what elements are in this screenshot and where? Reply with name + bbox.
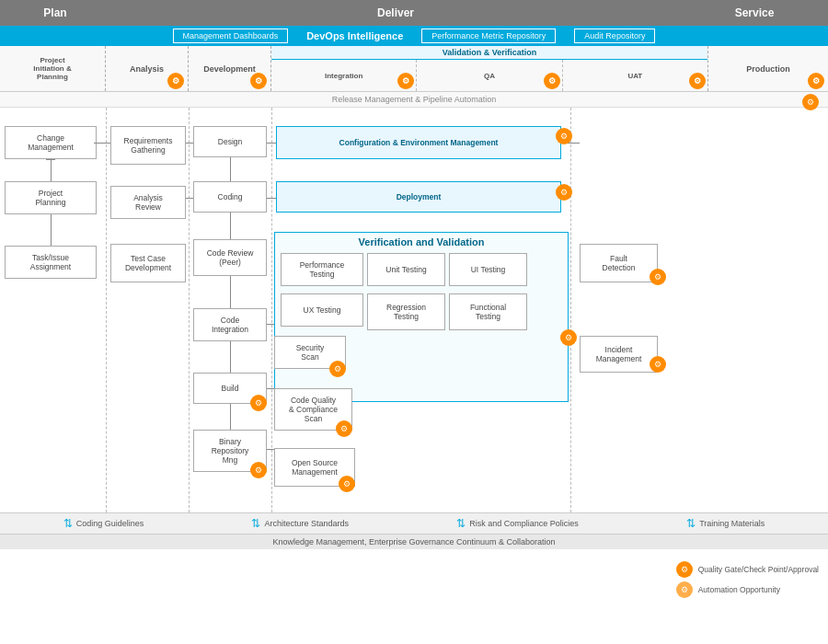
phase-deliver: Deliver: [110, 0, 681, 26]
risk-compliance-item: ⇅ Risk and Compliance Policies: [456, 517, 579, 530]
legend-gate-icon: ⚙: [676, 561, 693, 578]
qa-gear: ⚙: [544, 73, 560, 89]
uat-gear: ⚙: [689, 73, 706, 89]
release-gear: ⚙: [802, 94, 819, 110]
phase-bar: Plan Deliver Service: [0, 0, 828, 26]
legend-automation: ⚙ Automation Opportunity: [676, 581, 819, 598]
ui-testing-label: UI Testing: [471, 265, 506, 274]
phase-plan: Plan: [0, 0, 110, 26]
perf-testing-box: PerformanceTesting: [281, 253, 363, 286]
change-mgmt-label: ChangeManagement: [28, 133, 74, 152]
security-gear: ⚙: [329, 361, 346, 377]
arr-design-coding: [230, 157, 231, 181]
code-review-label: Code Review(Peer): [207, 248, 254, 267]
coding-guidelines-label: Coding Guidelines: [76, 519, 144, 528]
deliver-arrow: [681, 0, 697, 26]
arr-design-config: [267, 143, 276, 144]
incident-mgmt-box: IncidentManagement: [580, 336, 658, 373]
deliver-label: Deliver: [377, 6, 414, 19]
config-env-label: Configuration & Environment Management: [339, 138, 499, 147]
stage-analysis: Analysis ⚙: [106, 46, 189, 91]
arr-change-req: [94, 143, 110, 144]
fault-detection-label: FaultDetection: [603, 254, 636, 272]
stage-production: Production ⚙: [708, 46, 828, 91]
ui-testing-box: UI Testing: [449, 253, 527, 286]
arr-coding-deploy: [267, 198, 276, 199]
divider-4: [570, 108, 571, 512]
binary-repo-label: BinaryRepositoryMng: [212, 437, 249, 465]
phase-service: Service: [681, 0, 828, 26]
stage-uat-label: UAT: [627, 72, 642, 80]
divider-2: [189, 108, 190, 512]
arr-build-binary: [230, 404, 231, 430]
incident-gear: ⚙: [650, 356, 666, 373]
arr-change-project: [51, 159, 52, 181]
release-bar: Release Management & Pipeline Automation…: [0, 92, 828, 108]
risk-compliance-arrow: ⇅: [456, 517, 466, 530]
arr-codeint-scan: [267, 324, 274, 325]
main-container: Plan Deliver Service Management Dashboar…: [0, 0, 828, 644]
mgmt-dashboards-box: Management Dashboards: [173, 29, 289, 43]
legend-gate-label: Quality Gate/Check Point/Approval: [698, 565, 819, 574]
task-issue-box: Task/IssueAssignment: [5, 246, 97, 279]
ux-testing-box: UX Testing: [281, 293, 363, 327]
release-bar-text: Release Management & Pipeline Automation: [332, 95, 497, 104]
coding-guidelines-item: ⇅ Coding Guidelines: [63, 517, 144, 530]
config-gear: ⚙: [556, 128, 572, 144]
test-case-label: Test CaseDevelopment: [125, 254, 171, 272]
design-label: Design: [218, 137, 242, 146]
arr-req-design: [186, 143, 193, 144]
stage-vv: Validation & Verification Integration ⚙ …: [271, 46, 708, 91]
service-label: Service: [735, 6, 775, 19]
audit-repo-box: Audit Repository: [574, 29, 655, 43]
arr-codeint-build: [230, 341, 231, 373]
open-source-gear: ⚙: [339, 476, 355, 492]
dev-gear: ⚙: [250, 73, 267, 89]
test-case-box: Test CaseDevelopment: [110, 244, 186, 282]
vv-sub-stages: Integration ⚙ QA ⚙ UAT ⚙: [271, 60, 707, 91]
vv-row1: PerformanceTesting Unit Testing UI Testi…: [275, 253, 568, 286]
legend: ⚙ Quality Gate/Check Point/Approval ⚙ Au…: [676, 561, 819, 598]
req-gathering-box: RequirementsGathering: [110, 126, 186, 165]
vv-big-box: Verification and Validation PerformanceT…: [274, 232, 569, 402]
unit-testing-box: Unit Testing: [367, 253, 445, 286]
code-quality-gear: ⚙: [336, 420, 352, 437]
arr-analysis-coding: [186, 198, 193, 199]
integration-gear: ⚙: [397, 73, 414, 89]
functional-label: FunctionalTesting: [470, 303, 506, 321]
bottom-bar: ⇅ Coding Guidelines ⇅ Architecture Stand…: [0, 512, 828, 534]
knowledge-label: Knowledge Management, Enterprise Governa…: [272, 537, 555, 546]
arr-h1: [46, 159, 55, 160]
plan-arrow: [110, 0, 127, 26]
perf-testing-label: PerformanceTesting: [300, 260, 345, 279]
risk-compliance-label: Risk and Compliance Policies: [469, 519, 579, 528]
build-gear: ⚙: [250, 395, 267, 411]
arch-standards-label: Architecture Standards: [264, 519, 349, 528]
devops-title: DevOps Intelligence: [306, 30, 403, 41]
code-integration-box: CodeIntegration: [193, 308, 267, 341]
fault-detection-box: FaultDetection: [580, 244, 658, 282]
stage-project-init-label: ProjectInitiation &Planning: [33, 56, 71, 81]
stage-uat: UAT ⚙: [563, 60, 707, 91]
legend-automation-label: Automation Opportunity: [698, 585, 780, 594]
project-planning-label: ProjectPlanning: [35, 189, 65, 207]
arr-binary-opensource: [267, 449, 274, 450]
vv-header: Validation & Verification: [271, 46, 707, 60]
task-issue-label: Task/IssueAssignment: [30, 253, 71, 271]
incident-mgmt-label: IncidentManagement: [596, 345, 642, 363]
unit-testing-label: Unit Testing: [385, 265, 426, 274]
vv-row2: UX Testing RegressionTesting FunctionalT…: [275, 293, 568, 330]
arr-build-quality: [267, 388, 274, 389]
stage-qa: QA ⚙: [417, 60, 562, 91]
fault-gear: ⚙: [650, 269, 666, 285]
vv-gear: ⚙: [560, 329, 577, 346]
code-quality-label: Code Quality& ComplianceScan: [289, 396, 338, 423]
stage-integration: Integration ⚙: [271, 60, 417, 91]
training-materials-label: Training Materials: [699, 519, 765, 528]
code-integration-label: CodeIntegration: [212, 316, 248, 334]
stage-project-init: ProjectInitiation &Planning: [0, 46, 106, 91]
divider-1: [106, 108, 107, 512]
binary-gear: ⚙: [250, 462, 267, 478]
stage-production-label: Production: [746, 64, 790, 74]
regression-box: RegressionTesting: [367, 293, 445, 330]
